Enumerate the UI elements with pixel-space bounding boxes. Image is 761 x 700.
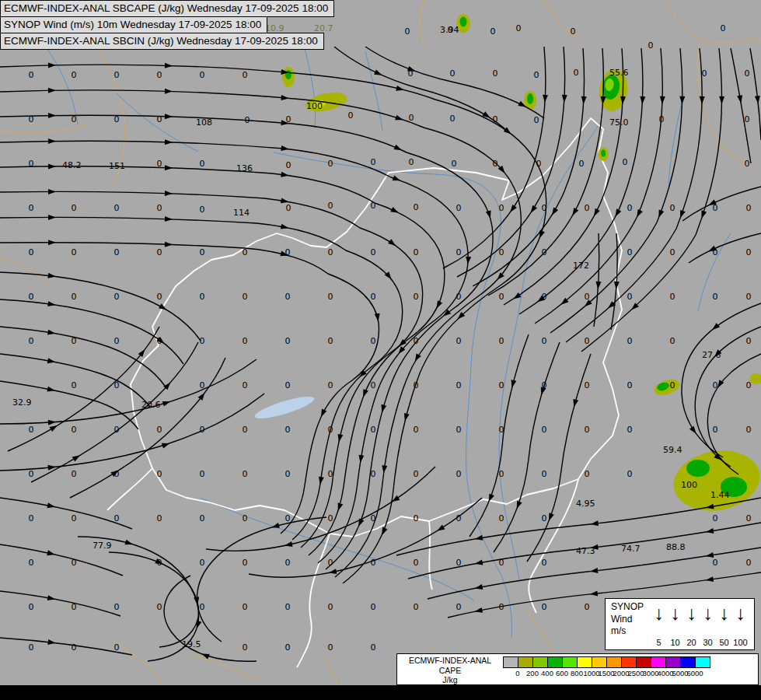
gridpoint-zero-label: 0 bbox=[456, 513, 462, 523]
gridpoint-zero-label: 0 bbox=[746, 203, 752, 213]
wind-arrow-icon: ↓ bbox=[683, 599, 700, 628]
gridpoint-zero-label: 0 bbox=[72, 203, 77, 213]
wind-arrow-icon: ↓ bbox=[716, 599, 732, 628]
gridpoint-zero-label: 0 bbox=[29, 558, 34, 568]
gridpoint-zero-label: 0 bbox=[414, 513, 419, 523]
gridpoint-zero-label: 0 bbox=[243, 425, 248, 435]
gridpoint-zero-label: 0 bbox=[114, 380, 120, 390]
gridpoint-zero-label: 0 bbox=[456, 336, 462, 346]
cape-swatch bbox=[532, 656, 548, 668]
value-label: 108 bbox=[196, 117, 212, 128]
gridpoint-zero-label: 0 bbox=[493, 68, 498, 79]
gridpoint-zero-label: 0 bbox=[200, 380, 205, 390]
gridpoint-zero-label: 0 bbox=[243, 642, 248, 653]
gridpoint-zero-label: 0 bbox=[713, 513, 718, 523]
gridpoint-zero-label: 0 bbox=[285, 336, 291, 346]
gridpoint-zero-label: 0 bbox=[285, 558, 291, 568]
cape-swatch bbox=[503, 656, 518, 668]
gridpoint-zero-label: 0 bbox=[371, 558, 376, 568]
gridpoint-zero-label: 0 bbox=[157, 247, 162, 257]
gridpoint-zero-label: 0 bbox=[713, 425, 718, 435]
gridpoint-zero-label: 0 bbox=[659, 114, 665, 124]
gridpoint-zero-label: 0 bbox=[29, 203, 34, 213]
gridpoint-zero-label: 0 bbox=[493, 114, 498, 124]
title-line-sbcape: ECMWF-INDEX-ANAL SBCAPE (J/kg) Wednesday… bbox=[0, 0, 334, 17]
gridpoint-zero-label: 0 bbox=[200, 425, 205, 435]
map-area: 0000000000000000000000000000000000000000… bbox=[0, 0, 761, 685]
gridpoint-zero-label: 0 bbox=[746, 247, 752, 257]
gridpoint-zero-label: 0 bbox=[456, 425, 462, 435]
value-label: 114 bbox=[233, 208, 250, 218]
gridpoint-zero-label: 0 bbox=[499, 247, 504, 257]
gridpoint-zero-label: 0 bbox=[285, 642, 291, 653]
gridpoint-zero-label: 0 bbox=[627, 203, 633, 213]
gridpoint-zero-label: 0 bbox=[243, 70, 248, 80]
cape-legend-line1: ECMWF-INDEX-ANAL bbox=[397, 656, 503, 666]
gridpoint-zero-label: 0 bbox=[670, 336, 675, 346]
gridpoint-zero-label: 0 bbox=[328, 247, 333, 257]
title-line-wind: SYNOP Wind (m/s) 10m Wednesday 17-09-202… bbox=[0, 16, 267, 33]
value-label: 151 bbox=[109, 161, 125, 171]
value-label: 4.95 bbox=[576, 499, 595, 509]
gridpoint-zero-label: 0 bbox=[72, 336, 77, 346]
gridpoint-zero-label: 0 bbox=[371, 425, 376, 435]
gridpoint-zero-label: 0 bbox=[200, 159, 205, 169]
gridpoint-zero-label: 0 bbox=[585, 469, 590, 479]
cape-patch bbox=[527, 93, 533, 104]
gridpoint-zero-label: 0 bbox=[571, 26, 576, 37]
wind-speed-label: 30 bbox=[700, 638, 716, 647]
gridpoint-zero-label: 0 bbox=[585, 203, 590, 213]
gridpoint-zero-label: 0 bbox=[243, 336, 248, 346]
gridpoint-zero-label: 0 bbox=[648, 40, 654, 51]
gridpoint-zero-label: 0 bbox=[29, 336, 34, 346]
gridpoint-zero-label: 0 bbox=[200, 292, 205, 302]
cape-swatch bbox=[665, 656, 681, 668]
gridpoint-zero-label: 0 bbox=[627, 336, 633, 346]
gridpoint-zero-label: 0 bbox=[542, 602, 547, 612]
wind-speed-label: 5 bbox=[651, 638, 667, 647]
cape-tick-label: 800 bbox=[571, 669, 583, 677]
cape-tick-label: 5000 bbox=[672, 669, 688, 677]
gridpoint-zero-label: 0 bbox=[157, 292, 162, 302]
gridpoint-zero-label: 0 bbox=[243, 558, 248, 568]
value-label: 100 bbox=[681, 480, 697, 490]
gridpoint-zero-label: 0 bbox=[72, 380, 77, 390]
gridpoint-zero-label: 0 bbox=[328, 159, 333, 169]
value-label: 3.94 bbox=[440, 25, 459, 35]
cape-tick-label: 200 bbox=[526, 669, 539, 677]
gridpoint-zero-label: 0 bbox=[72, 247, 77, 257]
wind-speed-row: 510203050100 bbox=[651, 638, 749, 647]
gridpoint-zero-label: 0 bbox=[371, 247, 376, 257]
cape-scale: 0200400600800100015002000250030004000500… bbox=[503, 656, 710, 684]
gridpoint-zero-label: 0 bbox=[114, 203, 120, 213]
gridpoint-zero-label: 0 bbox=[200, 247, 205, 257]
gridpoint-zero-label: 0 bbox=[746, 513, 752, 523]
cape-patch bbox=[460, 17, 467, 27]
wind-arrow-icon: ↓ bbox=[700, 599, 716, 628]
title-line-sbcin: ECMWF-INDEX-ANAL SBCIN (J/kg) Wednesday … bbox=[0, 33, 324, 50]
gridpoint-zero-label: 0 bbox=[627, 247, 633, 257]
cape-patch bbox=[686, 460, 710, 477]
cape-swatch bbox=[695, 656, 710, 668]
gridpoint-zero-label: 0 bbox=[542, 380, 547, 390]
gridpoint-zero-label: 0 bbox=[534, 70, 539, 80]
wind-arrow-icon: ↓ bbox=[667, 599, 683, 628]
value-label: 74.7 bbox=[621, 544, 641, 554]
gridpoint-zero-label: 0 bbox=[114, 425, 120, 435]
gridpoint-zero-label: 0 bbox=[745, 68, 750, 79]
cape-tick-label: 6000 bbox=[686, 669, 703, 677]
cape-swatch bbox=[547, 656, 563, 668]
gridpoint-zero-label: 0 bbox=[542, 513, 547, 523]
gridpoint-zero-label: 0 bbox=[627, 469, 633, 479]
gridpoint-zero-label: 0 bbox=[585, 336, 590, 346]
gridpoint-zero-label: 0 bbox=[713, 292, 718, 302]
wind-speed-label: 50 bbox=[716, 638, 732, 647]
gridpoint-zero-label: 0 bbox=[746, 380, 752, 390]
weather-map-svg: 0000000000000000000000000000000000000000… bbox=[0, 0, 761, 685]
wind-speed-label: 100 bbox=[732, 638, 749, 647]
gridpoint-zero-label: 0 bbox=[670, 247, 675, 257]
cape-swatch bbox=[621, 656, 637, 668]
gridpoint-zero-label: 0 bbox=[286, 114, 291, 124]
gridpoint-zero-label: 0 bbox=[574, 68, 579, 78]
cape-swatch bbox=[606, 656, 622, 668]
